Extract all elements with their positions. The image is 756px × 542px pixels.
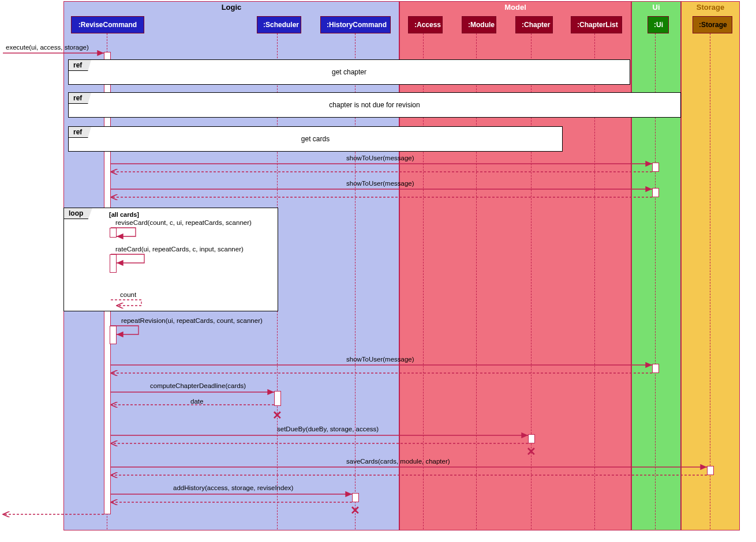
ref-frame-2: ref chapter is not due for revision [68,92,681,118]
msg-addhistory: addHistory(access, storage, reviseIndex) [173,484,293,491]
activation-selfrevise [110,228,117,238]
ref-frame-1: ref get chapter [68,59,630,85]
msg-revisecard: reviseCard(count, c, ui, repeatCards, sc… [115,219,252,226]
participant-module: :Module [462,16,496,33]
msg-date: date [190,398,203,405]
destroy-scheduler: ✕ [272,411,282,420]
activation-chapter [528,434,535,443]
package-storage-header: Storage [682,2,739,13]
activation-history [352,493,359,502]
msg-repeatrev: repeatRevision(ui, repeatCards, count, s… [121,317,263,324]
msg-compute: computeChapterDeadline(cards) [150,382,246,389]
participant-revise: :ReviseCommand [71,16,144,33]
activation-sched [274,391,281,406]
activation-ui-3 [652,364,659,373]
participant-chapterlist: :ChapterList [571,16,622,33]
msg-showtouser1: showToUser(message) [346,155,414,161]
package-logic-header: Logic [64,2,399,13]
activation-repeatrev [110,326,117,344]
activation-ui-2 [652,188,659,197]
destroy-history: ✕ [350,506,360,515]
lifeline-storage [710,33,710,529]
participant-scheduler: :Scheduler [257,16,301,33]
ref-label-1: get chapter [69,68,630,76]
msg-showtouser2: showToUser(message) [346,180,414,187]
msg-count: count [120,291,136,298]
msg-savecards: saveCards(cards, module, chapter) [346,458,450,465]
package-ui: Ui [631,1,681,530]
package-model-header: Model [400,2,631,13]
loop-guard: [all cards] [109,211,139,218]
destroy-chapter: ✕ [526,447,536,456]
msg-setdueby: setDueBy(dueBy, storage, access) [277,426,379,432]
activation-selfrate [110,254,117,273]
ref-label-3: get cards [69,135,562,143]
msg-showtouser3: showToUser(message) [346,356,414,363]
participant-ui: :Ui [648,16,669,33]
package-ui-header: Ui [632,2,680,13]
participant-chapter: :Chapter [515,16,553,33]
loop-tab: loop [63,208,92,219]
participant-history: :HistoryCommand [320,16,391,33]
msg-ratecard: rateCard(ui, repeatCards, c, input, scan… [115,246,244,253]
participant-access: :Access [408,16,443,33]
package-storage: Storage [681,1,740,530]
activation-storage [707,466,714,475]
msg-execute: execute(ui, access, storage) [6,44,89,51]
participant-storage: :Storage [693,16,732,33]
activation-ui-1 [652,163,659,172]
ref-frame-3: ref get cards [68,126,563,152]
ref-label-2: chapter is not due for revision [69,101,680,109]
